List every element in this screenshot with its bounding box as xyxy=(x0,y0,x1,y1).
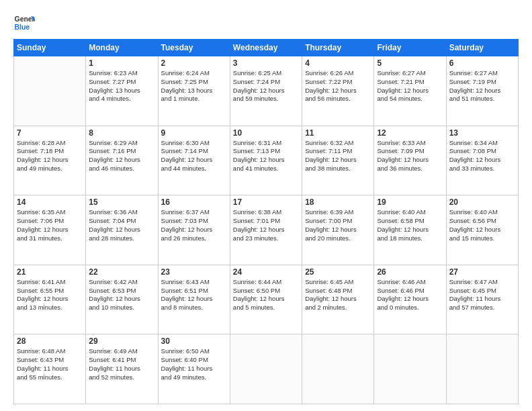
cell-info: Daylight: 11 hours xyxy=(161,365,227,373)
cell-info: Daylight: 12 hours xyxy=(305,295,371,304)
cell-info: Sunset: 6:45 PM xyxy=(449,287,515,295)
calendar-cell: 2Sunrise: 6:24 AMSunset: 7:25 PMDaylight… xyxy=(158,56,230,126)
calendar-cell: 15Sunrise: 6:36 AMSunset: 7:04 PMDayligh… xyxy=(86,195,158,265)
cell-info: Sunset: 7:08 PM xyxy=(449,147,515,156)
day-number: 12 xyxy=(377,128,443,138)
cell-info: and 41 minutes. xyxy=(233,165,299,173)
day-number: 26 xyxy=(377,267,443,277)
cell-info: Daylight: 11 hours xyxy=(449,295,515,304)
cell-info: Daylight: 12 hours xyxy=(161,156,227,165)
day-number: 21 xyxy=(17,267,83,277)
weekday-header-friday: Friday xyxy=(374,40,446,56)
cell-info: Daylight: 12 hours xyxy=(89,156,154,165)
cell-info: Daylight: 12 hours xyxy=(449,87,515,95)
calendar-cell: 27Sunrise: 6:47 AMSunset: 6:45 PMDayligh… xyxy=(446,265,518,334)
cell-info: and 26 minutes. xyxy=(161,234,227,243)
cell-info: Daylight: 12 hours xyxy=(449,226,515,234)
day-number: 22 xyxy=(89,267,154,277)
cell-info: and 2 minutes. xyxy=(305,304,371,312)
weekday-header-monday: Monday xyxy=(86,40,158,56)
cell-info: and 23 minutes. xyxy=(233,234,299,243)
cell-info: Daylight: 12 hours xyxy=(377,87,443,95)
calendar-cell: 21Sunrise: 6:41 AMSunset: 6:55 PMDayligh… xyxy=(14,265,86,334)
cell-info: Daylight: 12 hours xyxy=(17,226,83,234)
cell-info: Sunrise: 6:42 AM xyxy=(89,278,154,287)
cell-info: Sunset: 7:22 PM xyxy=(305,78,371,87)
cell-info: Sunset: 7:21 PM xyxy=(377,78,443,87)
calendar-cell: 26Sunrise: 6:46 AMSunset: 6:46 PMDayligh… xyxy=(374,265,446,334)
cell-info: Sunrise: 6:28 AM xyxy=(17,139,83,148)
cell-info: Sunrise: 6:27 AM xyxy=(377,69,443,78)
calendar-cell: 14Sunrise: 6:35 AMSunset: 7:06 PMDayligh… xyxy=(14,195,86,265)
week-row-3: 14Sunrise: 6:35 AMSunset: 7:06 PMDayligh… xyxy=(14,195,519,265)
cell-info: Sunset: 7:25 PM xyxy=(161,78,227,87)
cell-info: Sunrise: 6:50 AM xyxy=(161,347,227,356)
cell-info: Sunset: 7:11 PM xyxy=(305,147,371,156)
calendar-cell: 12Sunrise: 6:33 AMSunset: 7:09 PMDayligh… xyxy=(374,126,446,195)
day-number: 8 xyxy=(89,128,154,138)
cell-info: Daylight: 12 hours xyxy=(377,295,443,304)
day-number: 27 xyxy=(449,267,515,277)
calendar-table: SundayMondayTuesdayWednesdayThursdayFrid… xyxy=(13,39,519,404)
cell-info: Sunset: 7:06 PM xyxy=(17,217,83,226)
cell-info: Sunrise: 6:26 AM xyxy=(305,69,371,78)
calendar-cell: 9Sunrise: 6:30 AMSunset: 7:14 PMDaylight… xyxy=(158,126,230,195)
day-number: 18 xyxy=(305,197,371,207)
cell-info: Sunrise: 6:39 AM xyxy=(305,208,371,217)
cell-info: and 56 minutes. xyxy=(305,95,371,103)
calendar-cell: 7Sunrise: 6:28 AMSunset: 7:18 PMDaylight… xyxy=(14,126,86,195)
cell-info: Sunrise: 6:36 AM xyxy=(89,208,154,217)
weekday-header-tuesday: Tuesday xyxy=(158,40,230,56)
cell-info: Sunset: 6:58 PM xyxy=(377,217,443,226)
cell-info: and 28 minutes. xyxy=(89,234,154,243)
cell-info: and 46 minutes. xyxy=(89,165,154,173)
day-number: 17 xyxy=(233,197,299,207)
day-number: 1 xyxy=(89,58,154,68)
cell-info: Sunset: 6:46 PM xyxy=(377,287,443,295)
cell-info: Sunrise: 6:41 AM xyxy=(17,278,83,287)
calendar-cell xyxy=(230,334,302,404)
cell-info: Sunrise: 6:25 AM xyxy=(233,69,299,78)
cell-info: Sunrise: 6:40 AM xyxy=(449,208,515,217)
day-number: 24 xyxy=(233,267,299,277)
weekday-header-thursday: Thursday xyxy=(302,40,374,56)
day-number: 13 xyxy=(449,128,515,138)
cell-info: and 51 minutes. xyxy=(449,95,515,103)
cell-info: and 18 minutes. xyxy=(377,234,443,243)
calendar-cell: 24Sunrise: 6:44 AMSunset: 6:50 PMDayligh… xyxy=(230,265,302,334)
cell-info: Daylight: 12 hours xyxy=(233,156,299,165)
cell-info: Sunset: 7:27 PM xyxy=(89,78,154,87)
cell-info: Sunrise: 6:37 AM xyxy=(161,208,227,217)
cell-info: Sunrise: 6:33 AM xyxy=(377,139,443,148)
cell-info: Daylight: 12 hours xyxy=(305,87,371,95)
cell-info: and 44 minutes. xyxy=(161,165,227,173)
cell-info: and 38 minutes. xyxy=(305,165,371,173)
cell-info: Sunset: 7:04 PM xyxy=(89,217,154,226)
cell-info: and 57 minutes. xyxy=(449,304,515,312)
day-number: 9 xyxy=(161,128,227,138)
day-number: 15 xyxy=(89,197,154,207)
cell-info: Sunset: 6:56 PM xyxy=(449,217,515,226)
day-number: 4 xyxy=(305,58,371,68)
weekday-header-row: SundayMondayTuesdayWednesdayThursdayFrid… xyxy=(14,40,519,56)
calendar-cell: 1Sunrise: 6:23 AMSunset: 7:27 PMDaylight… xyxy=(86,56,158,126)
cell-info: Daylight: 11 hours xyxy=(17,365,83,373)
day-number: 5 xyxy=(377,58,443,68)
cell-info: Sunrise: 6:32 AM xyxy=(305,139,371,148)
cell-info: Daylight: 13 hours xyxy=(161,87,227,95)
cell-info: and 55 minutes. xyxy=(17,373,83,382)
calendar-cell: 30Sunrise: 6:50 AMSunset: 6:40 PMDayligh… xyxy=(158,334,230,404)
cell-info: Daylight: 12 hours xyxy=(233,226,299,234)
day-number: 19 xyxy=(377,197,443,207)
week-row-1: 1Sunrise: 6:23 AMSunset: 7:27 PMDaylight… xyxy=(14,56,519,126)
calendar-cell xyxy=(302,334,374,404)
day-number: 14 xyxy=(17,197,83,207)
cell-info: Sunrise: 6:47 AM xyxy=(449,278,515,287)
cell-info: Daylight: 12 hours xyxy=(233,87,299,95)
cell-info: Sunrise: 6:49 AM xyxy=(89,347,154,356)
cell-info: Sunset: 6:50 PM xyxy=(233,287,299,295)
cell-info: and 15 minutes. xyxy=(449,234,515,243)
day-number: 7 xyxy=(17,128,83,138)
cell-info: and 31 minutes. xyxy=(17,234,83,243)
cell-info: Sunrise: 6:24 AM xyxy=(161,69,227,78)
